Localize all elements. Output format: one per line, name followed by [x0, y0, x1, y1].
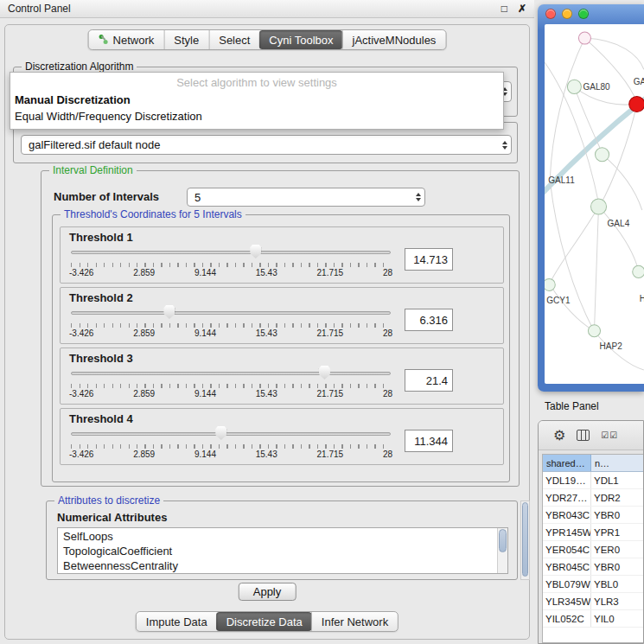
network-edge[interactable] [550, 207, 598, 283]
network-edge[interactable] [584, 38, 643, 69]
table-header-row: shared…n… [543, 455, 644, 472]
table-row[interactable]: YPR145WYPR1 [543, 524, 644, 541]
tick-label: 2.859 [133, 450, 155, 459]
slider-tick-labels: -3.4262.8599.14415.4321.71528 [69, 450, 392, 459]
network-node[interactable] [588, 325, 600, 337]
tick-label: 15.43 [256, 328, 277, 338]
network-node[interactable] [633, 265, 644, 277]
threshold-panel-2: Threshold 2-3.4262.8599.14415.4321.71528… [60, 287, 504, 344]
network-node[interactable] [567, 80, 581, 93]
close-traffic-icon[interactable] [545, 9, 556, 19]
slider-track [71, 251, 391, 254]
network-edge[interactable] [574, 86, 602, 152]
slider-ticks-icon [71, 323, 391, 328]
threshold-slider[interactable]: -3.4262.8599.14415.4321.71528 [69, 305, 392, 340]
column-header-shared[interactable]: shared… [543, 455, 591, 471]
tab-select[interactable]: Select [208, 30, 259, 49]
tab-jactivemnodules[interactable]: jActiveMNodules [342, 30, 446, 49]
panel-scrollbar[interactable] [520, 501, 530, 580]
cell-shared-name: YBR045C [543, 558, 591, 575]
network-node[interactable] [596, 148, 609, 162]
threshold-row: -3.4262.8599.14415.4321.715286.316 [66, 305, 498, 340]
table-row[interactable]: YLR345WYLR3 [543, 593, 644, 610]
network-canvas-container[interactable]: GAL80GAL4GCY1HAP2GAL11GAH [545, 24, 644, 384]
tab-select-label: Select [219, 34, 250, 47]
slider-handle[interactable] [163, 305, 175, 319]
table-row[interactable]: YIL052CYIL0 [543, 610, 644, 628]
network-edge[interactable] [603, 155, 642, 210]
tick-label: 15.43 [256, 268, 277, 277]
table-row[interactable]: YBL079WYBL0 [543, 576, 644, 593]
bottom-tab-strip: Impute DataDiscretize DataInfer Network [136, 611, 399, 632]
slider-handle[interactable] [250, 245, 261, 258]
threshold-slider[interactable]: -3.4262.8599.14415.4321.71528 [69, 366, 392, 400]
table-row[interactable]: YDR27…YDR2 [543, 489, 644, 507]
settings-gear-icon[interactable]: ⚙ [553, 429, 565, 443]
tab-style-label: Style [174, 34, 199, 47]
table-data-value: galFiltered.sif default node [29, 138, 160, 151]
apply-button[interactable]: Apply [239, 583, 296, 601]
slider-ticks-icon [71, 263, 391, 267]
row-select-icons[interactable]: ☑☑ [601, 430, 618, 440]
threshold-slider[interactable]: -3.4262.8599.14415.4321.71528 [69, 245, 392, 279]
network-node[interactable] [590, 199, 606, 214]
thresholds-group-title: Threshold's Coordinates for 5 Intervals [61, 208, 245, 220]
network-edge[interactable] [550, 284, 592, 329]
tab-impute-data[interactable]: Impute Data [137, 612, 217, 631]
attribute-item-betweennesscentrality[interactable]: BetweennessCentrality [58, 558, 497, 573]
network-node[interactable] [578, 32, 590, 44]
float-window-icon[interactable]: □ [501, 3, 507, 15]
tab-discretize-data[interactable]: Discretize Data [216, 612, 312, 631]
tab-infer-network[interactable]: Infer Network [311, 612, 398, 631]
algorithm-dropdown-list: Manual DiscretizationEqual Width/Frequen… [10, 92, 503, 124]
tab-style[interactable]: Style [163, 30, 208, 49]
network-edge[interactable] [599, 207, 639, 271]
threshold-label: Threshold 4 [66, 411, 498, 425]
scrollbar-thumb[interactable] [522, 502, 528, 577]
tab-cyni-toolbox-label: Cyni Toolbox [269, 34, 333, 47]
slider-handle[interactable] [319, 366, 330, 379]
table-row[interactable]: YDL19…YDL1 [543, 472, 644, 489]
network-node[interactable] [545, 278, 555, 290]
number-of-intervals-combo[interactable]: 5 [187, 188, 425, 207]
column-header-n[interactable]: n… [591, 455, 644, 471]
attributes-scrollbar[interactable] [497, 528, 507, 573]
dropdown-item-equal-width-frequency-discretization[interactable]: Equal Width/Frequency Discretization [10, 108, 503, 124]
numerical-attributes-list[interactable]: SelfLoopsTopologicalCoefficientBetweenne… [57, 527, 508, 574]
cell-name: YER0 [591, 541, 644, 558]
network-edge[interactable] [595, 207, 599, 330]
minimize-traffic-icon[interactable] [562, 9, 572, 19]
zoom-traffic-icon[interactable] [578, 9, 589, 19]
table-row[interactable]: YBR043CYBR0 [543, 507, 644, 524]
slider-handle[interactable] [215, 426, 226, 440]
tick-label: 28 [383, 450, 392, 459]
number-of-intervals-label: Number of Intervals [54, 190, 159, 203]
attribute-item-selfloops[interactable]: SelfLoops [58, 529, 497, 544]
tick-label: 2.859 [133, 328, 155, 338]
attr-items: SelfLoopsTopologicalCoefficientBetweenne… [58, 529, 497, 573]
screen: Control Panel □ ✗ NetworkStyleSelectCyni… [0, 0, 644, 644]
table-data-combo[interactable]: galFiltered.sif default node [21, 135, 512, 155]
tab-network-label: Network [113, 34, 155, 47]
tab-cyni-toolbox[interactable]: Cyni Toolbox [258, 30, 342, 49]
tick-label: 21.715 [317, 389, 344, 399]
network-view-window: GAL80GAL4GCY1HAP2GAL11GAH [538, 4, 644, 392]
threshold-row: -3.4262.8599.14415.4321.7152811.344 [66, 426, 498, 461]
column-visibility-icon[interactable] [577, 430, 590, 441]
table-row[interactable]: YER054CYER0 [543, 541, 644, 558]
network-node[interactable] [629, 96, 644, 112]
tick-label: 21.715 [317, 328, 344, 338]
cell-name: YBR0 [591, 558, 644, 575]
slider-tick-labels: -3.4262.8599.14415.4321.71528 [69, 328, 392, 338]
network-canvas[interactable]: GAL80GAL4GCY1HAP2GAL11GAH [545, 24, 644, 384]
network-edge[interactable] [550, 181, 593, 330]
close-window-icon[interactable]: ✗ [518, 3, 526, 15]
tab-network[interactable]: Network [89, 30, 164, 49]
network-edge[interactable] [584, 38, 636, 102]
table-row[interactable]: YBR045CYBR0 [543, 558, 644, 576]
dropdown-item-manual-discretization[interactable]: Manual Discretization [10, 92, 503, 108]
tick-label: 9.144 [194, 450, 216, 459]
attribute-item-topologicalcoefficient[interactable]: TopologicalCoefficient [58, 544, 497, 558]
threshold-slider[interactable]: -3.4262.8599.14415.4321.71528 [69, 426, 392, 461]
scrollbar-thumb[interactable] [499, 529, 507, 552]
